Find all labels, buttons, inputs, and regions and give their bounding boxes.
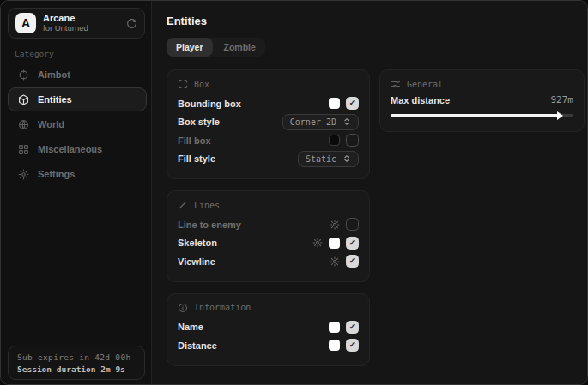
viewline-checkbox[interactable]: ✓ [346, 255, 359, 268]
box-style-row: Box style Corner 2D [178, 113, 359, 132]
bounding-box-color-swatch[interactable] [329, 98, 340, 109]
fill-style-dropdown[interactable]: Static [298, 151, 359, 167]
sidebar-item-label: Entities [38, 94, 72, 105]
unfold-icon [342, 117, 351, 126]
box-style-dropdown[interactable]: Corner 2D [282, 114, 359, 130]
tab-player[interactable]: Player [167, 38, 213, 57]
viewline-settings-gear-icon[interactable] [330, 256, 340, 267]
distance-color-swatch[interactable] [329, 340, 340, 351]
globe-icon [17, 119, 29, 130]
line-to-enemy-checkbox[interactable] [346, 218, 359, 231]
subscription-status: Sub expires in 42d 00h Session duration … [8, 346, 145, 380]
row-label: Skeleton [178, 238, 217, 248]
page-title: Entities [167, 15, 585, 27]
tab-zombie[interactable]: Zombie [215, 38, 265, 57]
fill-box-checkbox[interactable] [346, 134, 359, 147]
row-label: Name [178, 322, 203, 332]
max-distance-slider[interactable] [391, 111, 573, 121]
sidebar: A Arcane for Unturned Category Aimbot [1, 1, 152, 384]
gear-icon [17, 169, 29, 180]
fill-style-row: Fill style Static [178, 150, 359, 169]
app-name: Arcane [43, 13, 119, 24]
app-subtitle: for Unturned [43, 24, 119, 33]
row-label: Bounding box [178, 99, 241, 109]
main-panel: Entities Player Zombie Box Bounding box [152, 1, 588, 384]
skeleton-color-swatch[interactable] [329, 238, 340, 249]
category-label: Category [15, 49, 54, 58]
session-duration-text: Session duration 2m 9s [17, 364, 136, 374]
distance-row: Distance ✓ [178, 336, 359, 355]
max-distance-row: Max distance 927m [391, 94, 573, 105]
info-icon [178, 303, 188, 313]
cube-icon [17, 94, 29, 105]
distance-checkbox[interactable]: ✓ [346, 339, 359, 352]
information-section: Information Name ✓ Distance ✓ [167, 293, 370, 366]
name-color-swatch[interactable] [329, 322, 340, 333]
row-label: Distance [178, 340, 217, 351]
section-title: Lines [194, 201, 220, 210]
sidebar-item-settings[interactable]: Settings [8, 162, 147, 186]
diagonal-line-icon [178, 200, 188, 210]
sidebar-nav: Aimbot Entities World Miscellaneous [8, 63, 147, 187]
skeleton-checkbox[interactable]: ✓ [346, 237, 359, 250]
row-label: Box style [178, 117, 220, 127]
row-label: Viewline [178, 256, 215, 267]
sidebar-item-entities[interactable]: Entities [8, 87, 147, 111]
arcane-window: A Arcane for Unturned Category Aimbot [0, 0, 588, 385]
sliders-icon [391, 79, 401, 89]
lines-section: Lines Line to enemy Skeleton [167, 190, 370, 282]
fill-box-row: Fill box [178, 131, 359, 150]
sidebar-item-miscellaneous[interactable]: Miscellaneous [8, 137, 147, 161]
sidebar-item-label: Miscellaneous [38, 144, 102, 154]
slider-handle[interactable] [557, 111, 563, 120]
scan-box-icon [178, 79, 188, 89]
box-section: Box Bounding box ✓ Box style Corner 2D [167, 69, 370, 179]
skeleton-row: Skeleton ✓ [178, 234, 359, 253]
sidebar-item-world[interactable]: World [8, 112, 147, 136]
dropdown-value: Static [306, 154, 336, 164]
refresh-icon[interactable] [126, 18, 137, 29]
line-to-enemy-row: Line to enemy [178, 215, 359, 234]
dropdown-value: Corner 2D [290, 117, 336, 127]
row-label: Fill style [178, 153, 215, 164]
crosshair-icon [17, 69, 29, 81]
unfold-icon [342, 154, 351, 163]
max-distance-fill [391, 114, 559, 117]
app-logo: A [15, 13, 36, 33]
entity-tabs: Player Zombie [167, 38, 265, 57]
section-title: Box [194, 80, 209, 89]
row-label: Fill box [178, 135, 211, 146]
sidebar-item-label: World [38, 119, 64, 129]
row-label: Max distance [391, 95, 450, 105]
grid-icon [17, 144, 29, 155]
fill-box-color-swatch[interactable] [329, 135, 340, 146]
sidebar-item-aimbot[interactable]: Aimbot [8, 63, 147, 87]
sub-expiry-text: Sub expires in 42d 00h [17, 352, 136, 362]
section-title: Information [194, 303, 251, 312]
sidebar-item-label: Aimbot [38, 69, 70, 80]
skeleton-settings-gear-icon[interactable] [312, 238, 323, 248]
app-header: A Arcane for Unturned [8, 8, 145, 39]
section-title: General [407, 80, 443, 89]
bounding-box-checkbox[interactable]: ✓ [346, 97, 359, 110]
bounding-box-row: Bounding box ✓ [178, 94, 359, 113]
general-section: General Max distance 927m [379, 69, 585, 132]
name-checkbox[interactable]: ✓ [346, 321, 359, 334]
name-row: Name ✓ [178, 318, 359, 337]
sidebar-item-label: Settings [38, 169, 75, 179]
line-settings-gear-icon[interactable] [330, 220, 340, 230]
row-label: Line to enemy [178, 220, 241, 230]
viewline-row: Viewline ✓ [178, 252, 359, 271]
max-distance-value: 927m [551, 94, 574, 105]
